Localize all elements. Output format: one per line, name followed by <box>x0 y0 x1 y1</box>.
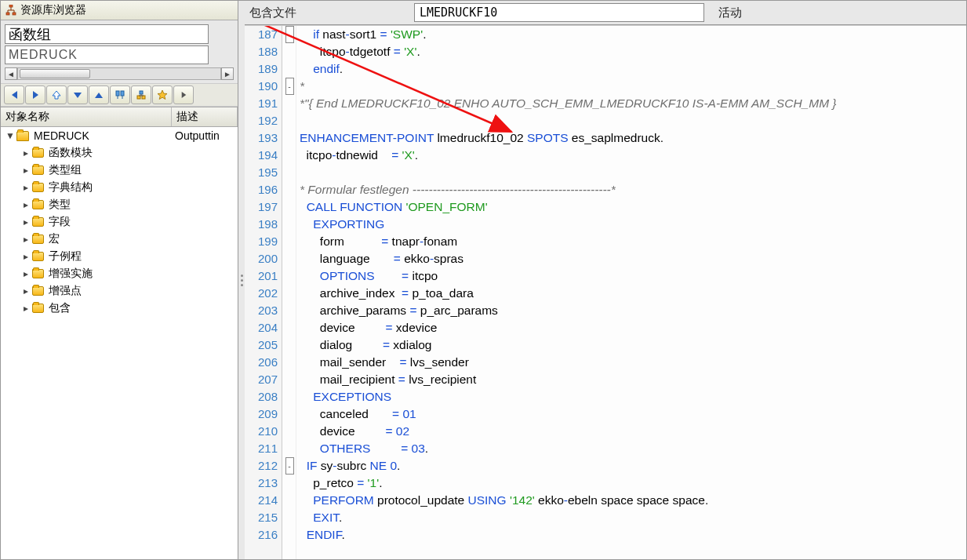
tree-child-label: 字段 <box>49 215 71 229</box>
folder-closed-icon <box>32 148 44 158</box>
fold-toggle[interactable]: - <box>285 26 294 43</box>
expand-icon[interactable]: ▸ <box>21 148 31 158</box>
expand-icon[interactable]: ▸ <box>21 200 31 209</box>
active-status-label: 活动 <box>718 5 742 20</box>
toolbar-more-button[interactable] <box>173 85 194 104</box>
folder-open-icon <box>16 131 29 141</box>
folder-closed-icon <box>32 252 44 261</box>
scroll-left-button[interactable]: ◄ <box>5 67 17 80</box>
folder-closed-icon <box>32 286 44 296</box>
folder-closed-icon <box>32 304 44 313</box>
folder-closed-icon <box>32 183 44 192</box>
expand-icon[interactable]: ▸ <box>21 217 31 227</box>
expand-icon[interactable]: ▸ <box>21 183 31 192</box>
fold-marks: --- <box>282 26 296 544</box>
panel-title-text: 资源库浏览器 <box>20 3 86 17</box>
tree-child-row[interactable]: ▸函数模块 <box>1 144 238 162</box>
fold-toggle[interactable]: - <box>285 78 294 95</box>
tree-child-row[interactable]: ▸增强实施 <box>1 265 238 282</box>
tree-child-label: 增强点 <box>49 284 82 298</box>
tree-child-label: 类型组 <box>49 163 82 177</box>
include-name-field[interactable] <box>414 3 704 22</box>
svg-rect-4 <box>121 91 124 96</box>
app-container: 资源库浏览器 ◄ ► <box>0 0 967 560</box>
collapse-button[interactable] <box>89 85 109 104</box>
expand-icon[interactable]: ▸ <box>21 252 31 261</box>
tree-child-label: 包含 <box>49 301 71 315</box>
tree-child-label: 宏 <box>49 232 60 246</box>
find-button[interactable] <box>110 85 130 104</box>
tree-child-label: 函数模块 <box>49 146 93 160</box>
tree-child-row[interactable]: ▸类型 <box>1 196 238 213</box>
source-editor-panel: 包含文件 活动 18718818919019119219319419519619… <box>245 1 966 559</box>
tree-root-desc: Outputtin <box>175 129 238 142</box>
folder-closed-icon <box>32 165 44 175</box>
scroll-track[interactable] <box>17 67 221 80</box>
horizontal-scrollbar[interactable]: ◄ ► <box>5 67 234 80</box>
tree-child-row[interactable]: ▸增强点 <box>1 282 238 300</box>
folder-closed-icon <box>32 200 44 209</box>
tree-child-label: 子例程 <box>49 249 82 264</box>
expand-button[interactable] <box>67 85 88 104</box>
collapse-icon[interactable]: ▼ <box>5 131 15 140</box>
line-numbers: 1871881891901911921931941951961971981992… <box>245 26 282 544</box>
folder-closed-icon <box>32 269 44 278</box>
tree-child-row[interactable]: ▸类型组 <box>1 162 238 179</box>
nav-forward-button[interactable] <box>25 85 45 104</box>
scroll-thumb[interactable] <box>20 69 90 78</box>
nav-back-button[interactable] <box>4 85 24 104</box>
object-tree[interactable]: ▼ MEDRUCK Outputtin ▸函数模块▸类型组▸字典结构▸类型▸字段… <box>1 127 238 559</box>
tree-root-row[interactable]: ▼ MEDRUCK Outputtin <box>1 127 238 144</box>
code-editor[interactable]: 1871881891901911921931941951961971981992… <box>245 25 966 559</box>
tree-child-row[interactable]: ▸子例程 <box>1 248 238 265</box>
favorites-button[interactable] <box>152 85 173 104</box>
hierarchy-icon <box>5 5 16 16</box>
expand-icon[interactable]: ▸ <box>21 286 31 296</box>
object-name-row <box>1 45 238 66</box>
expand-icon[interactable]: ▸ <box>21 235 31 244</box>
svg-rect-0 <box>9 5 13 7</box>
tree-root-label: MEDRUCK <box>34 129 89 142</box>
include-label: 包含文件 <box>249 5 296 20</box>
svg-rect-7 <box>140 91 143 94</box>
code-content[interactable]: if nast-sort1 = 'SWP'. itcpo-tdgetotf = … <box>300 26 966 544</box>
expand-icon[interactable]: ▸ <box>21 269 31 278</box>
tree-child-row[interactable]: ▸宏 <box>1 231 238 248</box>
tree-header: 对象名称 描述 <box>1 107 238 127</box>
expand-icon[interactable]: ▸ <box>21 165 31 175</box>
tree-child-label: 增强实施 <box>49 267 93 281</box>
svg-rect-1 <box>6 13 9 15</box>
folder-closed-icon <box>32 235 44 244</box>
tree-child-label: 字典结构 <box>49 180 93 195</box>
expand-icon[interactable]: ▸ <box>21 304 31 313</box>
svg-rect-6 <box>142 96 145 99</box>
panel-splitter[interactable] <box>238 1 245 559</box>
tree-toolbar <box>1 83 238 107</box>
column-header-name[interactable]: 对象名称 <box>1 107 172 126</box>
svg-rect-5 <box>137 96 140 99</box>
svg-rect-2 <box>13 13 16 15</box>
column-header-desc[interactable]: 描述 <box>172 107 238 126</box>
editor-header: 包含文件 活动 <box>245 1 966 25</box>
panel-title-bar: 资源库浏览器 <box>1 1 238 20</box>
tree-child-row[interactable]: ▸包含 <box>1 300 238 317</box>
where-used-button[interactable] <box>131 85 151 104</box>
object-type-row <box>1 20 238 45</box>
object-name-input[interactable] <box>5 45 209 64</box>
svg-rect-3 <box>116 91 119 96</box>
tree-child-row[interactable]: ▸字典结构 <box>1 179 238 196</box>
repository-browser-panel: 资源库浏览器 ◄ ► <box>1 1 238 559</box>
fold-toggle[interactable]: - <box>285 457 294 475</box>
folder-closed-icon <box>32 217 44 227</box>
tree-child-label: 类型 <box>49 198 71 212</box>
nav-up-button[interactable] <box>46 85 67 104</box>
object-type-dropdown[interactable] <box>5 24 209 44</box>
scroll-right-button[interactable]: ► <box>221 67 234 80</box>
tree-child-row[interactable]: ▸字段 <box>1 213 238 231</box>
